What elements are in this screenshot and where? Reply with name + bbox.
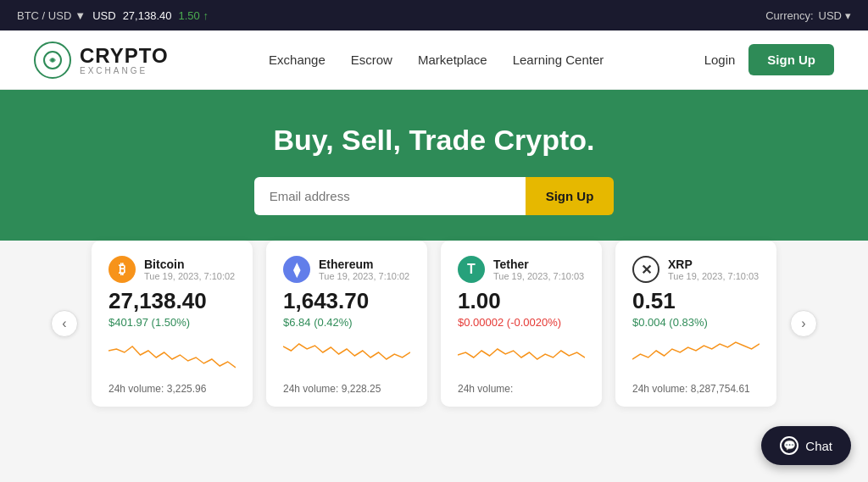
logo-sub: EXCHANGE <box>80 66 169 75</box>
usdt-change: $0.00002 (-0.0020%) <box>458 316 585 329</box>
xrp-name: XRP <box>668 258 759 271</box>
nav-marketplace[interactable]: Marketplace <box>418 53 487 67</box>
xrp-info: XRP Tue 19, 2023, 7:10:03 <box>668 258 759 281</box>
logo-name: CRYPTO <box>80 44 169 68</box>
logo-icon <box>34 42 71 79</box>
eth-info: Ethereum Tue 19, 2023, 7:10:02 <box>319 258 409 281</box>
eth-time: Tue 19, 2023, 7:10:02 <box>319 271 409 281</box>
ticker-pair[interactable]: BTC / USD ▼ <box>17 9 86 22</box>
nav-learning-center[interactable]: Learning Center <box>513 53 604 67</box>
currency-chevron: ▾ <box>845 9 851 22</box>
btc-chart <box>108 334 236 376</box>
xrp-price: 0.51 <box>632 288 760 314</box>
currency-text-label: Currency: <box>765 9 813 22</box>
pair-label: BTC / USD <box>17 9 71 22</box>
btc-price: 27,138.40 <box>108 288 236 314</box>
ticker-section: BTC / USD ▼ USD 27,138.40 1.50 ↑ <box>17 9 209 22</box>
xrp-time: Tue 19, 2023, 7:10:03 <box>668 271 759 281</box>
email-input[interactable] <box>254 177 526 215</box>
hero-signup-button[interactable]: Sign Up <box>526 177 615 215</box>
coin-card-btc: ₿ Bitcoin Tue 19, 2023, 7:10:02 27,138.4… <box>92 241 253 407</box>
chat-button[interactable]: 💬 Chat <box>761 426 851 465</box>
usdt-info: Tether Tue 19, 2023, 7:10:03 <box>493 258 584 281</box>
navbar: CRYPTO EXCHANGE Exchange Escrow Marketpl… <box>0 30 868 90</box>
usdt-icon: T <box>458 256 485 283</box>
nav-exchange[interactable]: Exchange <box>269 53 326 67</box>
price-label: USD <box>92 9 115 22</box>
logo: CRYPTO EXCHANGE <box>34 42 169 79</box>
card-header-btc: ₿ Bitcoin Tue 19, 2023, 7:10:02 <box>108 256 236 283</box>
xrp-volume: 24h volume: 8,287,754.61 <box>632 383 760 395</box>
chat-label: Chat <box>805 439 832 453</box>
ticker-price: 27,138.40 <box>123 9 172 22</box>
login-button[interactable]: Login <box>704 53 736 67</box>
currency-value: USD <box>819 9 842 22</box>
cards-container: ₿ Bitcoin Tue 19, 2023, 7:10:02 27,138.4… <box>92 241 776 407</box>
card-header-usdt: T Tether Tue 19, 2023, 7:10:03 <box>458 256 585 283</box>
pair-chevron: ▼ <box>75 9 86 22</box>
coin-card-eth: ⧫ Ethereum Tue 19, 2023, 7:10:02 1,643.7… <box>266 241 427 407</box>
eth-volume: 24h volume: 9,228.25 <box>283 383 410 395</box>
xrp-chart <box>632 334 760 376</box>
eth-name: Ethereum <box>319 258 409 271</box>
svg-point-1 <box>51 58 54 62</box>
chat-icon: 💬 <box>780 436 798 455</box>
nav-actions: Login Sign Up <box>704 44 834 75</box>
carousel-prev-button[interactable]: ‹ <box>51 310 78 337</box>
usdt-chart <box>458 334 585 376</box>
btc-icon: ₿ <box>108 256 136 283</box>
xrp-change: $0.004 (0.83%) <box>632 316 760 329</box>
carousel-next-button[interactable]: › <box>790 310 817 337</box>
eth-change: $6.84 (0.42%) <box>283 316 410 329</box>
hero-title: Buy, Sell, Trade Crypto. <box>17 124 851 157</box>
usdt-name: Tether <box>493 258 584 271</box>
nav-escrow[interactable]: Escrow <box>351 53 392 67</box>
ticker-change: 1.50 ↑ <box>178 9 208 22</box>
logo-text: CRYPTO EXCHANGE <box>80 44 169 75</box>
usdt-time: Tue 19, 2023, 7:10:03 <box>493 271 584 281</box>
btc-time: Tue 19, 2023, 7:10:02 <box>144 271 235 281</box>
btc-change: $401.97 (1.50%) <box>108 316 236 329</box>
top-bar: BTC / USD ▼ USD 27,138.40 1.50 ↑ Currenc… <box>0 0 868 30</box>
nav-links: Exchange Escrow Marketplace Learning Cen… <box>269 53 604 67</box>
usdt-price: 1.00 <box>458 288 585 314</box>
eth-chart <box>283 334 410 376</box>
hero-form: Sign Up <box>17 177 851 215</box>
xrp-icon: ✕ <box>632 256 659 283</box>
btc-info: Bitcoin Tue 19, 2023, 7:10:02 <box>144 258 235 281</box>
card-header-xrp: ✕ XRP Tue 19, 2023, 7:10:03 <box>632 256 760 283</box>
currency-dropdown[interactable]: USD ▾ <box>819 9 851 22</box>
cards-section: ‹ ₿ Bitcoin Tue 19, 2023, 7:10:02 27,138… <box>0 241 868 407</box>
coin-card-usdt: T Tether Tue 19, 2023, 7:10:03 1.00 $0.0… <box>441 241 602 407</box>
usdt-volume: 24h volume: <box>458 383 585 395</box>
signup-button[interactable]: Sign Up <box>748 44 834 75</box>
coin-card-xrp: ✕ XRP Tue 19, 2023, 7:10:03 0.51 $0.004 … <box>615 241 776 407</box>
eth-price: 1,643.70 <box>283 288 410 314</box>
card-header-eth: ⧫ Ethereum Tue 19, 2023, 7:10:02 <box>283 256 410 283</box>
btc-name: Bitcoin <box>144 258 235 271</box>
eth-icon: ⧫ <box>283 256 310 283</box>
btc-volume: 24h volume: 3,225.96 <box>108 383 236 395</box>
currency-section: Currency: USD ▾ <box>765 9 851 22</box>
